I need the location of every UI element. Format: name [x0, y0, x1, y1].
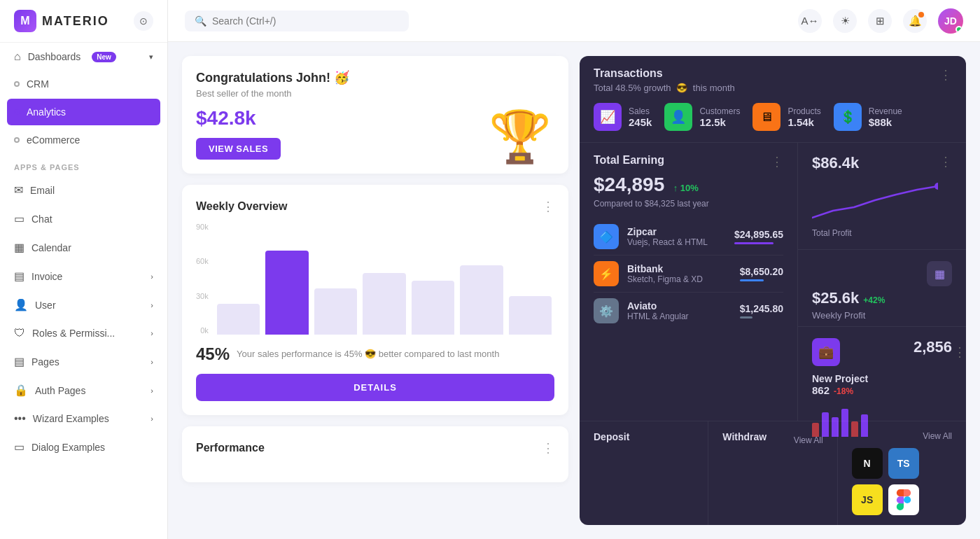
section-apps-pages: APPS & PAGES [0, 153, 167, 176]
withdraw-section: Withdraw View All [708, 421, 837, 525]
search-input[interactable] [212, 15, 399, 27]
typescript-icon[interactable]: TS [888, 448, 919, 479]
transactions-subtitle: Total 48.5% growth 😎 this month [594, 83, 735, 93]
te-title: Total Earning [594, 154, 664, 169]
bitbank-amount-right: $8,650.20 [740, 266, 783, 281]
grid-button[interactable]: ⊞ [868, 9, 892, 33]
products-label: Products [788, 106, 820, 116]
svg-point-0 [934, 183, 938, 190]
bitbank-name: Bitbank [627, 263, 703, 274]
weekly-profit-details: ▦ $25.6k +42% Weekly Profit [798, 250, 966, 326]
sidebar-item-chat[interactable]: ▭ Chat [0, 204, 167, 233]
sidebar-item-email[interactable]: ✉ Email [0, 176, 167, 204]
bar-3 [314, 288, 357, 335]
sidebar-item-dialog[interactable]: ▭ Dialog Examples [0, 433, 167, 461]
calendar-icon: ▦ [14, 241, 24, 254]
sidebar-item-ecommerce[interactable]: eCommerce [0, 127, 167, 153]
sidebar-item-auth[interactable]: 🔒 Auth Pages › [0, 376, 167, 405]
sidebar-item-roles[interactable]: 🛡 Roles & Permissi... › [0, 319, 167, 347]
transactions-subtitle-suffix: this month [693, 83, 735, 93]
sidebar-item-invoice[interactable]: ▤ Invoice › [0, 262, 167, 290]
pages-icon: ▤ [14, 355, 24, 368]
aviato-value: $1,245.80 [740, 303, 783, 314]
total-profit-value: $86.4k [812, 154, 859, 172]
aviato-logo: ⚙️ [594, 298, 619, 323]
chart-label-90k: 90k [196, 223, 209, 231]
customers-value: 12.5k [699, 116, 740, 128]
new-project-more-button[interactable]: ⋮ [953, 344, 966, 360]
aviato-sub: HTML & Angular [627, 312, 689, 321]
translate-button[interactable]: A↔ [798, 9, 822, 33]
sidebar-item-user[interactable]: 👤 User › [0, 290, 167, 319]
withdraw-view-all[interactable]: View All [794, 435, 823, 445]
bitbank-bar [740, 279, 764, 281]
nav-dot-analytics [14, 109, 20, 115]
sidebar-item-crm[interactable]: CRM [0, 71, 167, 97]
notifications-button[interactable]: 🔔 [903, 9, 927, 33]
zipcar-bar [734, 242, 774, 244]
sidebar-item-dashboards[interactable]: ⌂ Dashboards New ▾ [0, 43, 167, 71]
performance-title: Performance [196, 442, 265, 454]
tech-stack-section: View All N TS JS [838, 421, 966, 525]
mini-bar-1 [812, 423, 819, 437]
transactions-title: Transactions [594, 67, 735, 80]
weekly-percentage: 45% [196, 344, 230, 364]
aviato-amount-right: $1,245.80 [740, 303, 783, 318]
bar-6 [460, 265, 503, 335]
chart-label-0k: 0k [196, 326, 209, 335]
nextjs-icon[interactable]: N [852, 448, 883, 479]
transactions-more-button[interactable]: ⋮ [939, 67, 952, 83]
wizard-icon: ••• [14, 412, 26, 425]
theme-toggle-button[interactable]: ☀ [833, 9, 857, 33]
performance-more-button[interactable]: ⋮ [542, 440, 554, 456]
sales-value: 245k [629, 116, 652, 128]
bitbank-value: $8,650.20 [740, 266, 783, 277]
revenue-icon: 💲 [834, 103, 862, 131]
performance-card: Performance ⋮ [182, 426, 568, 482]
sidebar-toggle-icon[interactable]: ⊙ [134, 11, 153, 31]
sidebar: M MATERIO ⊙ ⌂ Dashboards New ▾ CRM Analy… [0, 0, 168, 539]
te-item-zipcar: 🔷 Zipcar Vuejs, React & HTML $24,895.65 [594, 218, 783, 255]
weekly-more-button[interactable]: ⋮ [542, 199, 554, 214]
te-item-aviato: ⚙️ Aviato HTML & Angular $1,245.80 [594, 293, 783, 329]
sales-label: Sales [629, 106, 652, 116]
sidebar-item-wizard[interactable]: ••• Wizard Examples › [0, 405, 167, 433]
te-header: Total Earning ⋮ [594, 154, 783, 169]
bitbank-logo: ⚡ [594, 261, 619, 286]
te-item-bitbank: ⚡ Bitbank Sketch, Figma & XD $8,650.20 [594, 255, 783, 293]
chevron-right-icon-2: › [150, 301, 153, 309]
search-icon: 🔍 [195, 15, 206, 27]
details-button[interactable]: DETAILS [196, 374, 554, 401]
left-column: Congratulations John! 🥳 Best seller of t… [182, 56, 568, 525]
congrats-subtitle: Best seller of the month [196, 88, 554, 99]
sidebar-item-calendar[interactable]: ▦ Calendar [0, 233, 167, 262]
chat-icon: ▭ [14, 212, 24, 225]
bar-group-1 [217, 304, 260, 335]
view-sales-button[interactable]: VIEW SALES [196, 138, 281, 160]
online-indicator [955, 26, 962, 33]
aviato-name: Aviato [627, 300, 689, 312]
chart-y-labels: 90k 60k 30k 0k [196, 223, 209, 335]
weekly-title: Weekly Overview [196, 200, 287, 213]
content: Congratulations John! 🥳 Best seller of t… [168, 42, 980, 539]
bar-chart [214, 223, 554, 335]
chevron-down-icon: ▾ [149, 52, 153, 62]
weekly-profit-value: $25.6k [812, 289, 859, 307]
avatar[interactable]: JD [938, 8, 963, 34]
shield-icon: 🛡 [14, 327, 25, 340]
sidebar-item-pages[interactable]: ▤ Pages › [0, 347, 167, 376]
te-amount: $24,895 [594, 174, 664, 195]
sales-icon: 📈 [594, 103, 622, 131]
chevron-right-icon-4: › [150, 358, 153, 366]
sidebar-item-analytics[interactable]: Analytics [7, 99, 160, 125]
javascript-icon[interactable]: JS [852, 484, 883, 515]
total-profit-more-button[interactable]: ⋮ [939, 154, 952, 169]
congrats-title: Congratulations John! 🥳 [196, 70, 554, 85]
tech-view-all[interactable]: View All [923, 431, 952, 441]
nav-dot-ecommerce [14, 137, 20, 143]
te-more-button[interactable]: ⋮ [771, 154, 783, 169]
bar-group-7 [509, 296, 552, 335]
bar-5 [412, 281, 454, 335]
search-box[interactable]: 🔍 [185, 10, 409, 31]
figma-icon[interactable] [888, 484, 919, 515]
